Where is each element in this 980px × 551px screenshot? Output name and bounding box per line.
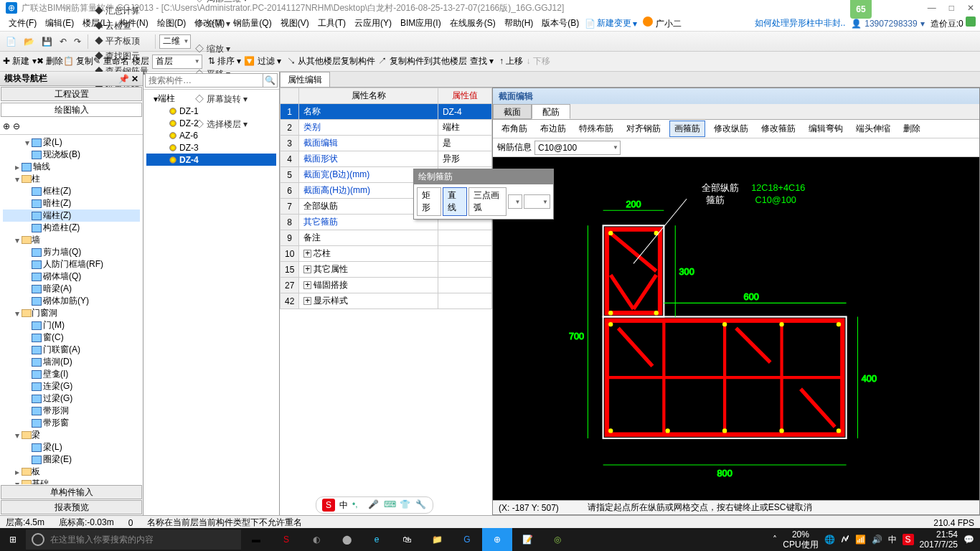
help-link[interactable]: 如何处理异形柱中非封.. <box>755 17 846 29</box>
tree-node[interactable]: 人防门框墙(RF) <box>3 258 140 270</box>
ime-skin-icon[interactable]: 👕 <box>400 499 411 511</box>
tool-编辑弯钩[interactable]: 编辑弯钩 <box>804 121 847 136</box>
ime-settings-icon[interactable]: 🔧 <box>415 499 427 511</box>
redo-icon[interactable]: ↷ <box>71 35 84 48</box>
taskview-icon[interactable]: ▬ <box>241 528 271 551</box>
tb-app1-icon[interactable]: ◐ <box>301 528 331 551</box>
tree-node[interactable]: 梁(L) <box>3 441 140 453</box>
tree-node[interactable]: 带形窗 <box>3 417 140 429</box>
find-button[interactable]: 查找 ▾ <box>470 55 494 67</box>
tb2-新建[interactable]: ✚ 新建 ▾ <box>3 56 37 66</box>
prop-row[interactable]: 2类别端柱 <box>281 120 492 136</box>
filter-button[interactable]: 🔽 过滤 ▾ <box>244 55 281 67</box>
nav-tree[interactable]: ▾梁(L)现浇板(B)▸轴线▾ 柱框柱(Z)暗柱(Z)端柱(Z)构造柱(Z)▾ … <box>0 135 143 484</box>
phone-badge[interactable]: 👤13907298339 ▾ <box>851 19 924 29</box>
tray-battery-icon[interactable]: 🗲 <box>841 534 849 545</box>
tree-node[interactable]: 框柱(Z) <box>3 185 140 197</box>
floor-combo[interactable]: 首层 <box>152 55 202 69</box>
tb-explorer-icon[interactable]: 📁 <box>422 528 452 551</box>
rebar-info-combo[interactable]: C10@100 <box>534 141 621 155</box>
tb2-复制[interactable]: 📋 复制 <box>63 56 93 66</box>
tree-node[interactable]: 砌体加筋(Y) <box>3 295 140 307</box>
tb-app2-icon[interactable]: ⬤ <box>331 528 362 551</box>
tray-ime[interactable]: 中 <box>888 534 897 546</box>
tab-draw-input[interactable]: 绘图输入 <box>1 103 142 117</box>
maximize-button[interactable]: □ <box>949 3 954 13</box>
menu-item[interactable]: 文件(F) <box>4 17 41 29</box>
popup-opt[interactable]: 直线 <box>443 187 467 216</box>
tool-布角筋[interactable]: 布角筋 <box>497 121 532 136</box>
tree-node[interactable]: 剪力墙(Q) <box>3 246 140 258</box>
tree-node[interactable]: ▾ 梁 <box>3 429 140 441</box>
tree-node[interactable]: 砌体墙(Q) <box>3 270 140 283</box>
tb-全屏[interactable]: ◇ 全屏 ▾ <box>192 17 250 32</box>
tb-app3-icon[interactable]: G <box>452 528 482 551</box>
menu-item[interactable]: 云应用(Y) <box>350 17 396 29</box>
member-tree[interactable]: ▾ 端柱DZ-1DZ-2AZ-6DZ-3DZ-4 <box>143 90 279 515</box>
tool-删除[interactable]: 删除 <box>899 121 925 136</box>
ime-bar[interactable]: S 中 •, 🎤 ⌨ 👕 🔧 <box>316 496 433 514</box>
tray-volume-icon[interactable]: 🔊 <box>872 534 882 545</box>
cloud-badge[interactable]: 65 <box>850 0 872 19</box>
member-node[interactable]: AZ-6 <box>146 129 276 141</box>
tab-project[interactable]: 工程设置 <box>1 87 142 101</box>
save-icon[interactable]: 💾 <box>39 35 55 48</box>
tree-node[interactable]: ▾梁(L) <box>3 136 140 149</box>
member-node[interactable]: DZ-4 <box>146 154 276 166</box>
start-button[interactable]: ⊞ <box>0 528 26 551</box>
view-2d-combo[interactable]: 二维 <box>159 34 191 49</box>
move-up-button[interactable]: ↑ 上移 <box>499 55 523 67</box>
menu-item[interactable]: BIM应用(I) <box>396 17 446 29</box>
tb-store-icon[interactable]: 🛍 <box>392 528 422 551</box>
tree-node[interactable]: 端柱(Z) <box>3 209 140 222</box>
prop-row[interactable]: 15+其它属性 <box>281 262 492 278</box>
tb-app4-icon[interactable]: ⊕ <box>482 528 512 551</box>
tb-平齐板顶[interactable]: ◆ 平齐板顶 <box>92 34 151 49</box>
tree-node[interactable]: 构造柱(Z) <box>3 222 140 234</box>
search-button[interactable]: 🔍 <box>263 73 278 88</box>
tree-node[interactable]: 连梁(G) <box>3 380 140 392</box>
ime-lang[interactable]: 中 <box>339 499 348 512</box>
tb-app6-icon[interactable]: ◎ <box>542 528 573 551</box>
menu-item[interactable]: 版本号(B) <box>537 17 583 29</box>
tray-sogou-icon[interactable]: S <box>903 534 914 545</box>
tree-node[interactable]: ▾ 柱 <box>3 173 140 185</box>
menu-item[interactable]: 在线服务(S) <box>446 17 500 29</box>
search-input[interactable] <box>145 73 263 88</box>
cortana-search[interactable]: 在这里输入你要搜索的内容 <box>26 529 241 550</box>
prop-row[interactable]: 10+芯柱 <box>281 246 492 262</box>
tb-汇总计算[interactable]: ◆ 汇总计算 <box>92 4 151 19</box>
tool-画箍筋[interactable]: 画箍筋 <box>669 121 705 137</box>
tray-net-icon[interactable]: 🌐 <box>824 534 835 545</box>
new-file-icon[interactable]: 📄 <box>3 35 19 48</box>
tray-chevron[interactable]: ˄ <box>773 534 777 545</box>
prop-row[interactable]: 4截面形状异形 <box>281 151 492 167</box>
tab-rebar[interactable]: 配筋 <box>532 104 570 119</box>
tray-wifi-icon[interactable]: 📶 <box>855 534 866 545</box>
tb-sogou-icon[interactable]: S <box>271 528 301 551</box>
user-label[interactable]: 广小二 <box>656 19 682 29</box>
menu-item[interactable]: 绘图(D) <box>153 17 191 29</box>
pin-icon[interactable]: 📌 ✕ <box>118 74 138 84</box>
report-preview-button[interactable]: 报表预览 <box>1 500 142 514</box>
popup-dropdown[interactable] <box>508 194 522 209</box>
sogou-icon[interactable]: S <box>322 499 335 512</box>
member-node[interactable]: DZ-3 <box>146 141 276 154</box>
tray-notifications-icon[interactable]: 💬 <box>963 534 974 545</box>
menu-item[interactable]: 帮助(H) <box>500 17 538 29</box>
popup-opt[interactable]: 矩形 <box>417 187 441 216</box>
tool-修改箍筋[interactable]: 修改箍筋 <box>757 121 800 136</box>
tool-修改纵筋[interactable]: 修改纵筋 <box>710 121 753 136</box>
expand-icon[interactable]: ⊕ <box>3 121 10 131</box>
menu-item[interactable]: 视图(V) <box>276 17 314 29</box>
collapse-icon[interactable]: ⊖ <box>13 121 20 131</box>
member-node[interactable]: DZ-1 <box>146 105 276 117</box>
new-change-button[interactable]: 📄新建变更 ▾ <box>585 17 637 29</box>
tree-node[interactable]: 带形洞 <box>3 405 140 417</box>
menu-item[interactable]: 编辑(E) <box>41 17 78 29</box>
tb2-重命名[interactable]: ✎ 重命名 <box>93 56 128 66</box>
prop-row[interactable]: 3截面编辑是 <box>281 136 492 151</box>
prop-row[interactable]: 27+锚固搭接 <box>281 278 492 293</box>
close-button[interactable]: ✕ <box>967 3 974 13</box>
move-down-button[interactable]: ↓ 下移 <box>526 55 550 67</box>
